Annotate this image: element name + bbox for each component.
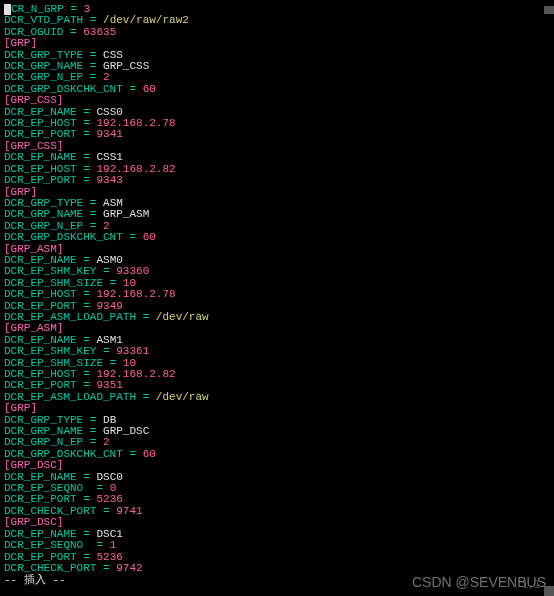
config-value: /dev/raw/raw2 bbox=[103, 14, 189, 26]
mode-status: -- 插入 -- bbox=[4, 575, 550, 586]
config-value: 192.168.2.82 bbox=[96, 368, 175, 380]
config-key: DCR_EP_HOST bbox=[4, 117, 77, 129]
config-value: CSS bbox=[103, 49, 123, 61]
config-value: CSS0 bbox=[96, 106, 122, 118]
code-line: DCR_CHECK_PORT = 9741 bbox=[4, 506, 550, 517]
code-line: DCR_EP_ASM_LOAD_PATH = /dev/raw bbox=[4, 312, 550, 323]
config-key: DCR_GRP_TYPE bbox=[4, 49, 83, 61]
equals-sign: = bbox=[83, 49, 103, 61]
equals-sign: = bbox=[77, 174, 97, 186]
config-value: 9742 bbox=[116, 562, 142, 574]
config-key: DCR_EP_PORT bbox=[4, 128, 77, 140]
config-key: DCR_CHECK_PORT bbox=[4, 562, 96, 574]
equals-sign: = bbox=[63, 26, 83, 38]
config-key: DCR_GRP_N_EP bbox=[4, 71, 83, 83]
equals-sign: = bbox=[77, 163, 97, 175]
config-value: 5236 bbox=[96, 551, 122, 563]
equals-sign: = bbox=[136, 311, 156, 323]
code-line: DCR_EP_PORT = 9343 bbox=[4, 175, 550, 186]
equals-sign: = bbox=[83, 425, 103, 437]
code-line: DCR_OGUID = 63635 bbox=[4, 27, 550, 38]
config-key: DCR_GRP_N_EP bbox=[4, 220, 83, 232]
equals-sign: = bbox=[83, 71, 103, 83]
section-header: [GRP_CSS] bbox=[4, 140, 63, 152]
section-header: [GRP_CSS] bbox=[4, 94, 63, 106]
config-key: DCR_EP_SEQNO bbox=[4, 482, 90, 494]
config-value: /dev/raw bbox=[156, 391, 209, 403]
code-line: DCR_GRP_DSKCHK_CNT = 60 bbox=[4, 232, 550, 243]
config-key: DCR_GRP_DSKCHK_CNT bbox=[4, 448, 123, 460]
equals-sign: = bbox=[77, 300, 97, 312]
equals-sign: = bbox=[77, 151, 97, 163]
config-key: DCR_EP_NAME bbox=[4, 151, 77, 163]
config-value: 192.168.2.82 bbox=[96, 163, 175, 175]
cursor-position: 1,1 bbox=[522, 579, 540, 590]
config-key: DCR_EP_SHM_SIZE bbox=[4, 277, 103, 289]
equals-sign: = bbox=[77, 368, 97, 380]
equals-sign: = bbox=[77, 128, 97, 140]
equals-sign: = bbox=[64, 3, 84, 15]
config-value: 10 bbox=[123, 277, 136, 289]
config-value: 9349 bbox=[96, 300, 122, 312]
config-key: DCR_EP_SHM_KEY bbox=[4, 265, 96, 277]
config-value: ASM0 bbox=[96, 254, 122, 266]
config-key: DCR_EP_PORT bbox=[4, 379, 77, 391]
config-key: DCR_EP_NAME bbox=[4, 334, 77, 346]
section-header: [GRP_DSC] bbox=[4, 516, 63, 528]
config-key: DCR_EP_SHM_KEY bbox=[4, 345, 96, 357]
equals-sign: = bbox=[103, 277, 123, 289]
config-key: DCR_GRP_NAME bbox=[4, 425, 83, 437]
config-key: DCR_EP_SHM_SIZE bbox=[4, 357, 103, 369]
config-value: 10 bbox=[123, 357, 136, 369]
scrollbar-thumb[interactable] bbox=[544, 6, 554, 14]
config-value: 93360 bbox=[116, 265, 149, 277]
config-value: 60 bbox=[143, 448, 156, 460]
equals-sign: = bbox=[90, 482, 110, 494]
config-value: ASM bbox=[103, 197, 123, 209]
config-value: 192.168.2.78 bbox=[96, 288, 175, 300]
config-key: DCR_OGUID bbox=[4, 26, 63, 38]
equals-sign: = bbox=[77, 471, 97, 483]
config-value: 9351 bbox=[96, 379, 122, 391]
config-value: 9343 bbox=[96, 174, 122, 186]
config-value: GRP_ASM bbox=[103, 208, 149, 220]
config-value: GRP_DSC bbox=[103, 425, 149, 437]
code-line: DCR_EP_PORT = 9341 bbox=[4, 129, 550, 140]
config-value: 1 bbox=[110, 539, 117, 551]
scrollbar-track[interactable] bbox=[544, 0, 554, 596]
config-key: DCR_EP_HOST bbox=[4, 288, 77, 300]
config-value: 60 bbox=[143, 231, 156, 243]
config-key: DCR_EP_SEQNO bbox=[4, 539, 90, 551]
config-key: DCR_GRP_TYPE bbox=[4, 197, 83, 209]
equals-sign: = bbox=[83, 60, 103, 72]
config-key: DCR_EP_PORT bbox=[4, 300, 77, 312]
section-header: [GRP] bbox=[4, 37, 37, 49]
section-header: [GRP_ASM] bbox=[4, 243, 63, 255]
config-value: 0 bbox=[110, 482, 117, 494]
config-value: 3 bbox=[84, 3, 91, 15]
config-key: DCR_EP_PORT bbox=[4, 551, 77, 563]
config-key: DCR_CHECK_PORT bbox=[4, 505, 96, 517]
config-key: DCR_EP_NAME bbox=[4, 106, 77, 118]
editor-area[interactable]: CR_N_GRP = 3DCR_VTD_PATH = /dev/raw/raw2… bbox=[0, 0, 554, 591]
equals-sign: = bbox=[83, 208, 103, 220]
equals-sign: = bbox=[83, 14, 103, 26]
equals-sign: = bbox=[83, 414, 103, 426]
equals-sign: = bbox=[77, 493, 97, 505]
config-key: DCR_GRP_NAME bbox=[4, 60, 83, 72]
code-line: DCR_CHECK_PORT = 9742 bbox=[4, 563, 550, 574]
code-line: DCR_GRP_DSKCHK_CNT = 60 bbox=[4, 449, 550, 460]
cursor bbox=[4, 4, 11, 15]
config-key: DCR_GRP_NAME bbox=[4, 208, 83, 220]
config-key: DCR_EP_HOST bbox=[4, 163, 77, 175]
equals-sign: = bbox=[123, 231, 143, 243]
config-value: DSC1 bbox=[96, 528, 122, 540]
config-key: DCR_EP_ASM_LOAD_PATH bbox=[4, 391, 136, 403]
equals-sign: = bbox=[123, 448, 143, 460]
config-value: 9741 bbox=[116, 505, 142, 517]
config-key: DCR_EP_NAME bbox=[4, 528, 77, 540]
section-header: [GRP_ASM] bbox=[4, 322, 63, 334]
scrollbar-end[interactable] bbox=[544, 586, 554, 596]
config-key: DCR_VTD_PATH bbox=[4, 14, 83, 26]
equals-sign: = bbox=[77, 117, 97, 129]
